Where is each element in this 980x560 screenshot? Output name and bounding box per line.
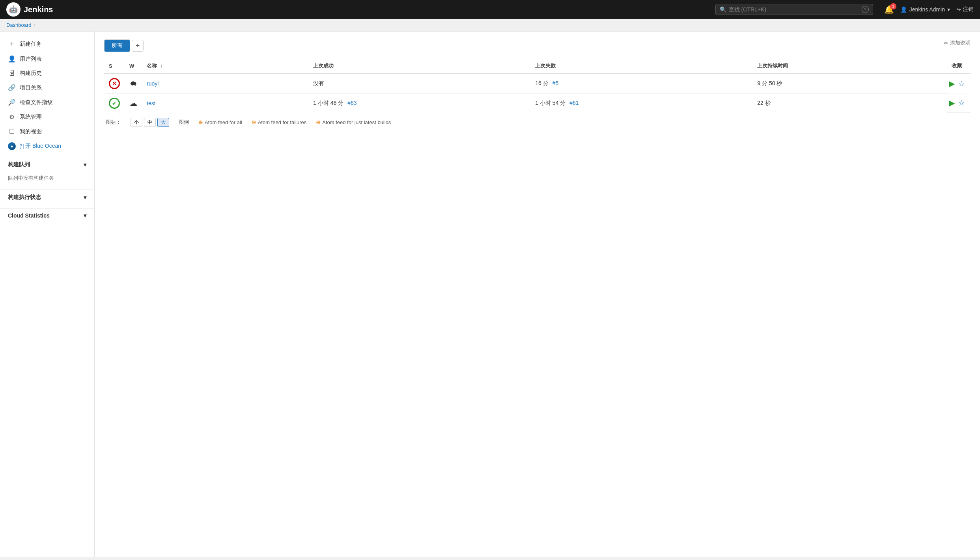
breadcrumb-dashboard[interactable]: Dashboard xyxy=(6,22,32,28)
sidebar-item-my-view[interactable]: ☐ 我的视图 xyxy=(0,124,94,139)
feed-latest-link[interactable]: ⊕ Atom feed for just latest builds xyxy=(316,119,391,125)
job-link-ruoyi[interactable]: ruoyi xyxy=(147,80,159,87)
name-cell-test: test xyxy=(142,93,308,113)
last-success-cell-test: 1 小时 46 分 #63 xyxy=(308,93,530,113)
feed-all-icon: ⊕ xyxy=(198,119,203,125)
user-menu[interactable]: 👤 Jenkins Admin ▾ xyxy=(900,6,950,13)
table-row: ✔ ☁ test 1 小时 46 分 #63 1 小时 54 分 #61 xyxy=(104,93,971,113)
sidebar-item-check-fingerprint[interactable]: 🔎 检查文件指纹 xyxy=(0,95,94,110)
chevron-down-icon: ▾ xyxy=(84,162,86,168)
my-view-icon: ☐ xyxy=(8,128,16,135)
main-layout: ＋ 新建任务 👤 用户列表 🗄 构建历史 🔗 项目关系 🔎 检查文件指纹 ⚙ 系… xyxy=(0,32,980,557)
tab-all[interactable]: 所有 xyxy=(104,39,130,52)
sidebar-item-blue-ocean[interactable]: ● 打开 Blue Ocean xyxy=(0,139,94,154)
tab-add-button[interactable]: + xyxy=(132,40,144,52)
feed-failures-icon: ⊕ xyxy=(252,119,256,125)
job-link-test[interactable]: test xyxy=(147,100,156,106)
page-footer: Jenkins 中文社区 REST API Jenkins 2.426.1 xyxy=(0,557,980,560)
sidebar-label-build-history: 构建历史 xyxy=(20,70,42,77)
name-cell-ruoyi: ruoyi xyxy=(142,74,308,93)
build-exec-label: 构建执行状态 xyxy=(8,194,41,201)
feed-all-label: Atom feed for all xyxy=(205,119,242,125)
header-actions: 🔔 1 👤 Jenkins Admin ▾ ↪ 注销 xyxy=(884,5,974,14)
build-exec-toggle[interactable]: 构建执行状态 ▾ xyxy=(0,190,94,205)
sidebar-label-my-view: 我的视图 xyxy=(20,128,42,135)
duration-cell-ruoyi: 9 分 50 秒 xyxy=(752,74,947,93)
table-header-row: S W 名称 ↕ 上次成功 上次失败 上次持续时间 收藏 xyxy=(104,58,971,74)
fav-cell-ruoyi: ▶ ☆ xyxy=(947,74,971,93)
status-icon-success: ✔ xyxy=(109,98,120,109)
feed-latest-label: Atom feed for just latest builds xyxy=(322,119,391,125)
tabs-row: 所有 + xyxy=(104,39,944,52)
size-btn-medium[interactable]: 中 xyxy=(144,118,156,127)
build-queue-section: 构建队列 ▾ 队列中没有构建任务 xyxy=(0,157,94,186)
col-header-s: S xyxy=(104,58,125,74)
search-box: 🔍 ? xyxy=(715,4,873,15)
chevron-down-icon-exec: ▾ xyxy=(84,194,86,201)
blue-ocean-label: 打开 Blue Ocean xyxy=(20,143,61,150)
feed-failures-link[interactable]: ⊕ Atom feed for failures xyxy=(252,119,307,125)
add-desc-label: 添加说明 xyxy=(950,39,971,47)
logout-button[interactable]: ↪ 注销 xyxy=(956,6,974,13)
sidebar-item-user-list[interactable]: 👤 用户列表 xyxy=(0,52,94,66)
build-link-test-success[interactable]: #63 xyxy=(347,100,357,106)
logout-label: 注销 xyxy=(963,6,974,13)
app-logo[interactable]: 🤖 Jenkins xyxy=(6,2,53,17)
size-btn-large[interactable]: 大 xyxy=(157,118,169,127)
col-header-last-fail: 上次失败 xyxy=(530,58,752,74)
search-icon: 🔍 xyxy=(720,6,726,13)
weather-cell-ruoyi: 🌧 xyxy=(125,74,142,93)
build-history-icon: 🗄 xyxy=(8,70,16,77)
sidebar-item-build-history[interactable]: 🗄 构建历史 xyxy=(0,66,94,80)
breadcrumb: Dashboard › xyxy=(0,19,980,32)
sidebar-item-project-rel[interactable]: 🔗 项目关系 xyxy=(0,80,94,95)
status-cell-ruoyi: ✕ xyxy=(104,74,125,93)
status-icon-fail: ✕ xyxy=(109,78,120,89)
run-button-test[interactable]: ▶ xyxy=(948,97,956,108)
sidebar-label-check-fingerprint: 检查文件指纹 xyxy=(20,99,53,106)
table-footer: 图标： 小 中 大 图例 ⊕ Atom feed for all ⊕ Atom … xyxy=(104,113,971,132)
pencil-icon: ✏ xyxy=(944,40,948,46)
project-rel-icon: 🔗 xyxy=(8,84,16,91)
build-queue-toggle[interactable]: 构建队列 ▾ xyxy=(0,157,94,172)
size-btn-small[interactable]: 小 xyxy=(131,118,142,127)
add-description-button[interactable]: ✏ 添加说明 xyxy=(944,39,971,47)
col-header-w: W xyxy=(125,58,142,74)
cloud-stats-label: Cloud Statistics xyxy=(8,212,50,219)
legend-link[interactable]: 图例 xyxy=(179,119,189,126)
breadcrumb-sep: › xyxy=(34,22,35,28)
col-header-fav: 收藏 xyxy=(947,58,971,74)
sidebar-label-user-list: 用户列表 xyxy=(20,56,42,63)
status-cell-test: ✔ xyxy=(104,93,125,113)
feed-failures-label: Atom feed for failures xyxy=(258,119,307,125)
app-name: Jenkins xyxy=(24,5,53,14)
sidebar: ＋ 新建任务 👤 用户列表 🗄 构建历史 🔗 项目关系 🔎 检查文件指纹 ⚙ 系… xyxy=(0,32,95,557)
fav-cell-test: ▶ ☆ xyxy=(947,93,971,113)
search-input[interactable] xyxy=(729,6,859,13)
sort-icon[interactable]: ↕ xyxy=(160,63,163,69)
feed-all-link[interactable]: ⊕ Atom feed for all xyxy=(198,119,242,125)
main-content: ✏ 添加说明 所有 + S W 名称 ↕ 上次成功 上次失败 上次持续时间 xyxy=(95,32,980,557)
sidebar-item-new-task[interactable]: ＋ 新建任务 xyxy=(0,36,94,52)
col-header-name: 名称 ↕ xyxy=(142,58,308,74)
sidebar-item-sys-manage[interactable]: ⚙ 系统管理 xyxy=(0,110,94,124)
notification-bell[interactable]: 🔔 1 xyxy=(884,5,894,14)
fav-button-test[interactable]: ☆ xyxy=(957,97,966,108)
user-icon: 👤 xyxy=(900,6,907,13)
last-success-cell-ruoyi: 没有 xyxy=(308,74,530,93)
weather-cell-test: ☁ xyxy=(125,93,142,113)
build-queue-label: 构建队列 xyxy=(8,161,30,168)
run-button-ruoyi[interactable]: ▶ xyxy=(948,78,956,89)
header: 🤖 Jenkins 🔍 ? 🔔 1 👤 Jenkins Admin ▾ ↪ 注销 xyxy=(0,0,980,19)
build-link-ruoyi-fail[interactable]: #5 xyxy=(553,80,559,86)
build-link-test-fail[interactable]: #61 xyxy=(569,100,579,106)
fav-button-ruoyi[interactable]: ☆ xyxy=(957,78,966,89)
search-help-icon[interactable]: ? xyxy=(862,6,869,13)
jobs-table: S W 名称 ↕ 上次成功 上次失败 上次持续时间 收藏 ✕ xyxy=(104,58,971,113)
build-queue-empty-msg: 队列中没有构建任务 xyxy=(0,172,94,186)
icon-size-group: 小 中 大 xyxy=(131,118,169,127)
sys-manage-icon: ⚙ xyxy=(8,113,16,121)
build-exec-section: 构建执行状态 ▾ xyxy=(0,190,94,205)
last-fail-cell-ruoyi: 16 分 #5 xyxy=(530,74,752,93)
cloud-stats-toggle[interactable]: Cloud Statistics ▾ xyxy=(0,208,94,223)
